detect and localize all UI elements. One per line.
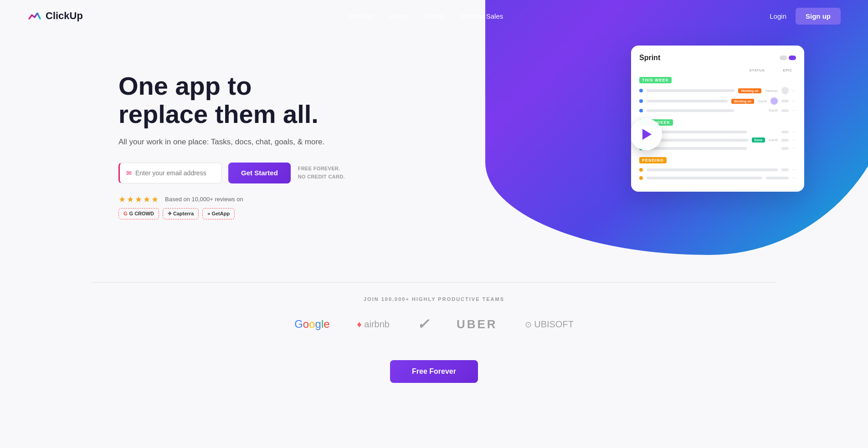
task-dot — [639, 176, 643, 180]
get-started-button[interactable]: Get Started — [228, 163, 291, 183]
reviews-text: Based on 10,000+ reviews on — [165, 196, 243, 203]
status-badge: Done — [752, 137, 765, 143]
play-triangle-icon — [642, 129, 652, 140]
col-epic: EPIC — [783, 68, 792, 72]
more-icon: ··· — [792, 175, 796, 180]
logo-text: ClickUp — [46, 10, 83, 22]
login-button[interactable]: Login — [770, 12, 786, 20]
card-title: Sprint — [639, 54, 660, 62]
table-row: Working on Gantt ··· — [639, 97, 796, 105]
toggle-wrap — [780, 56, 796, 60]
table-row: Done Gantt ··· — [639, 137, 796, 143]
brand-logos: Google ♦ airbnb ✓ UBER ⊙ UBISOFT — [0, 316, 868, 333]
nav-pricing[interactable]: Pricing — [423, 12, 444, 20]
badge-capterra[interactable]: ✈ Capterra — [163, 208, 199, 219]
avatar — [781, 87, 789, 94]
toggle-on — [789, 56, 796, 60]
meta-text: Gantt — [769, 108, 778, 112]
meta-bar — [781, 131, 789, 133]
meta-bar — [781, 147, 789, 150]
col-headers: STATUS EPIC — [639, 68, 796, 72]
navbar: ClickUp Product Learn Pricing Contact Sa… — [0, 0, 868, 32]
hero-content: One app to replace them all. All your wo… — [118, 72, 345, 219]
google-logo: Google — [294, 318, 329, 331]
clickup-logo-icon — [27, 9, 42, 23]
nike-logo: ✓ — [417, 316, 429, 333]
col-status: STATUS — [750, 68, 765, 72]
free-note-line2: NO CREDIT CARD. — [298, 173, 345, 181]
hero-section: One app to replace them all. All your wo… — [0, 0, 868, 264]
meta-bar — [781, 100, 789, 102]
hero-subtitle: All your work in one place: Tasks, docs,… — [118, 136, 345, 148]
table-row: ··· — [639, 167, 796, 172]
pending-label: PENDING — [639, 157, 667, 163]
more-icon: ··· — [792, 88, 796, 93]
section-pending: PENDING ··· ··· — [639, 155, 796, 180]
task-dot — [639, 109, 643, 112]
signup-button[interactable]: Sign up — [796, 8, 841, 25]
task-dot — [639, 168, 643, 172]
free-note-line1: FREE FOREVER. — [298, 165, 345, 173]
sprint-card: Sprint STATUS EPIC THIS WEEK Working on — [631, 46, 804, 192]
meta-bar — [781, 168, 789, 171]
more-icon: ··· — [792, 167, 796, 172]
badge-getapp[interactable]: » GetApp — [202, 208, 235, 219]
airbnb-logo: ♦ airbnb — [357, 319, 390, 330]
logo-link[interactable]: ClickUp — [27, 9, 83, 23]
gcrowd-icon: G — [123, 211, 128, 216]
task-dot — [639, 99, 643, 103]
meta-bar — [766, 177, 789, 179]
task-bar — [647, 100, 728, 102]
hero-title: One app to replace them all. — [118, 72, 345, 128]
nav-product[interactable]: Product — [349, 12, 373, 20]
avatar — [770, 97, 778, 105]
join-text: JOIN 100,000+ HIGHLY PRODUCTIVE TEAMS — [0, 296, 868, 302]
ubisoft-logo: ⊙ UBISOFT — [525, 319, 574, 330]
table-row: Working on Tableau ··· — [639, 87, 796, 94]
section-this-week: THIS WEEK Working on Tableau ··· Working… — [639, 75, 796, 113]
nav-contact-sales[interactable]: Contact Sales — [461, 12, 503, 20]
email-form: ✉ Get Started FREE FOREVER. NO CREDIT CA… — [118, 163, 345, 183]
uber-logo: UBER — [457, 317, 498, 331]
more-icon: ··· — [792, 108, 796, 113]
social-proof-section: JOIN 100,000+ HIGHLY PRODUCTIVE TEAMS Go… — [0, 264, 868, 351]
more-icon: ··· — [792, 146, 796, 151]
task-bar — [647, 168, 778, 171]
nav-actions: Login Sign up — [770, 8, 841, 25]
divider — [91, 282, 777, 283]
nav-learn[interactable]: Learn — [390, 12, 407, 20]
table-row: ··· — [639, 175, 796, 180]
card-header: Sprint — [639, 54, 796, 62]
status-badge: Working on — [731, 99, 754, 104]
this-week-label: THIS WEEK — [639, 77, 672, 83]
reviews-row: ★★★★★ Based on 10,000+ reviews on — [118, 194, 345, 204]
more-icon: ··· — [792, 99, 796, 104]
meta-text: Gantt — [769, 138, 778, 142]
more-icon: ··· — [792, 129, 796, 134]
task-bar — [647, 89, 734, 92]
task-bar — [647, 139, 748, 142]
review-badges: G G CROWD ✈ Capterra » GetApp — [118, 208, 345, 219]
meta-text: Tableau — [765, 89, 778, 93]
email-input[interactable] — [135, 163, 215, 183]
status-badge: Working on — [738, 88, 761, 93]
nav-links: Product Learn Pricing Contact Sales — [349, 12, 503, 20]
email-input-wrap: ✉ — [118, 163, 222, 183]
task-bar — [647, 177, 762, 179]
meta-bar — [781, 139, 789, 142]
play-button[interactable] — [631, 118, 662, 150]
badge-gcrowd[interactable]: G G CROWD — [118, 208, 159, 219]
free-forever-button[interactable]: Free Forever — [390, 360, 478, 383]
email-icon: ✉ — [126, 169, 132, 177]
stars: ★★★★★ — [118, 194, 159, 204]
meta-bar — [781, 109, 789, 112]
sprint-card-wrap: Sprint STATUS EPIC THIS WEEK Working on — [631, 46, 804, 192]
table-row: ··· — [639, 129, 796, 134]
section-last-week: LAST WEEK ··· Done Gantt — [639, 117, 796, 151]
task-dot — [639, 89, 643, 92]
task-bar — [647, 109, 734, 112]
toggle-off — [780, 56, 787, 60]
table-row: ··· — [639, 146, 796, 151]
meta-text: Gantt — [758, 99, 767, 103]
free-forever-section: Free Forever — [0, 351, 868, 401]
